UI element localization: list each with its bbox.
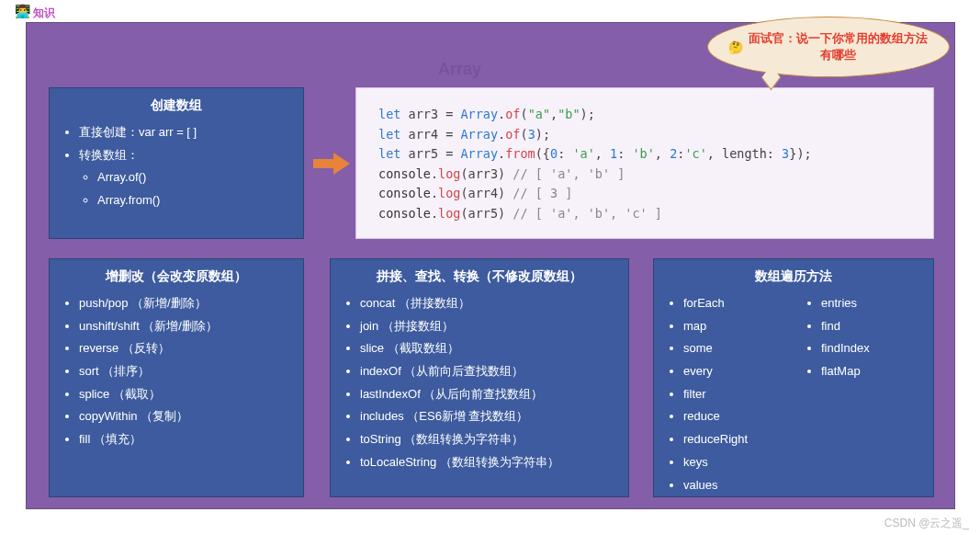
list-item: forEach [683,292,783,315]
svg-marker-0 [313,153,350,175]
list-item: fill （填充） [79,428,290,451]
list-item: toString （数组转换为字符串） [360,428,615,451]
create-direct: 直接创建：var arr = [ ] [79,121,290,144]
list-item: reverse （反转） [79,337,290,360]
list-item: findIndex [821,337,920,360]
list-item: values [683,474,783,497]
list-item: keys [683,451,783,474]
list-item: toLocaleString （数组转换为字符串） [360,451,615,474]
main-board: Array 创建数组 直接创建：var arr = [ ] 转换数组： Arra… [26,22,955,509]
card-iterate-title: 数组遍历方法 [667,268,920,285]
list-item: slice （截取数组） [360,337,615,360]
list-item: find [821,315,920,338]
convert-item-from: Array.from() [97,189,290,212]
arrow-icon [313,152,350,176]
card-inspect-title: 拼接、查找、转换（不修改原数组） [344,268,615,285]
tag-label: 知识 [33,6,55,21]
interviewer-bubble: 🤔 面试官：说一下你常用的数组方法有哪些 [707,17,950,77]
list-item: concat （拼接数组） [360,292,615,315]
card-create: 创建数组 直接创建：var arr = [ ] 转换数组： Array.of()… [49,87,304,239]
thinking-icon: 🤔 [728,40,743,54]
list-item: flatMap [821,360,920,383]
convert-item-of: Array.of() [97,166,290,189]
list-item: unshift/shift （新增/删除） [79,315,290,338]
watermark: CSDN @云之遥_ [884,516,969,531]
list-item: splice （截取） [79,383,290,406]
list-item: copyWithin （复制） [79,405,290,428]
convert-label-text: 转换数组： [79,148,139,162]
bubble-text: 面试官：说一下你常用的数组方法有哪些 [747,30,929,63]
card-mutate-title: 增删改（会改变原数组） [62,268,290,285]
list-item: push/pop （新增/删除） [79,292,290,315]
avatar-icon: 👨‍💻 [15,4,30,18]
card-inspect: 拼接、查找、转换（不修改原数组） concat （拼接数组） join （拼接数… [330,258,629,497]
board-title: Array [438,60,481,79]
list-item: indexOf （从前向后查找数组） [360,360,615,383]
list-item: includes （ES6新增 查找数组） [360,405,615,428]
list-item: reduceRight [683,428,783,451]
list-item: map [683,315,783,338]
list-item: reduce [683,405,783,428]
list-item: some [683,337,783,360]
list-item: sort （排序） [79,360,290,383]
list-item: filter [683,383,783,406]
code-example: let arr3 = Array.of("a","b"); let arr4 =… [355,87,934,239]
card-iterate: 数组遍历方法 forEach map some every filter red… [653,258,934,497]
list-item: entries [821,292,920,315]
create-convert-label: 转换数组： Array.of() Array.from() [79,144,290,212]
card-create-title: 创建数组 [62,97,290,114]
list-item: every [683,360,783,383]
list-item: lastIndexOf （从后向前查找数组） [360,383,615,406]
card-mutate: 增删改（会改变原数组） push/pop （新增/删除） unshift/shi… [49,258,304,497]
list-item: join （拼接数组） [360,315,615,338]
